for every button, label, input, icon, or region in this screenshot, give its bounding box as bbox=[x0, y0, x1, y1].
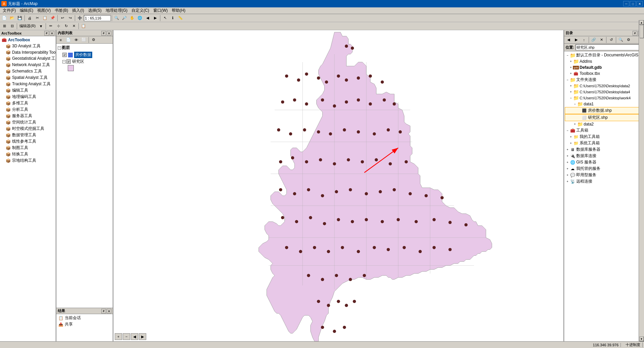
toolbox-item-cartography[interactable]: 📦 制图工具 bbox=[0, 145, 56, 151]
zoom-out-btn[interactable]: 🔎 bbox=[121, 15, 128, 21]
tree-item-fangjia-shp[interactable]: ⬛ 房价数据.shp bbox=[565, 107, 643, 114]
map-nav-controls[interactable]: + − ◀ ▶ bbox=[115, 333, 146, 340]
toolbox-item-linearref[interactable]: 📦 线性参考工具 bbox=[0, 138, 56, 145]
tree-item-remote-connections[interactable]: + 📡 远程连接 bbox=[565, 178, 643, 185]
catalog-search-btn[interactable]: 🔍 bbox=[617, 37, 625, 43]
content-selection-btn[interactable]: ⬜ bbox=[80, 37, 88, 43]
scrollbar-down-btn[interactable]: ▼ bbox=[639, 337, 644, 341]
open-btn[interactable]: 📂 bbox=[8, 15, 16, 21]
tree-item-yanjiuqu-shp[interactable]: ⬜ 研究区.shp bbox=[565, 114, 643, 121]
menu-file[interactable]: 文件(F) bbox=[1, 7, 18, 14]
expand-trusted-servers[interactable]: + bbox=[566, 167, 570, 171]
print-btn[interactable]: 🖨 bbox=[26, 15, 33, 21]
tree-item-my-toolbox[interactable]: + 📁 我的工具箱 bbox=[565, 134, 643, 140]
content-source-btn[interactable]: 📄 bbox=[65, 37, 72, 43]
delete-btn[interactable]: ✕ bbox=[70, 23, 77, 30]
catalog-options-btn[interactable]: ⚙ bbox=[625, 37, 632, 43]
toolbox-root-item[interactable]: 🧰 ArcToolbox bbox=[0, 37, 56, 43]
redo-btn[interactable]: ↪ bbox=[66, 15, 74, 21]
toolbox-item-spatial[interactable]: 📦 Spatial Analyst 工具 bbox=[0, 74, 56, 81]
expand-data2-sub[interactable]: + bbox=[573, 122, 577, 126]
edit-btn[interactable]: ⊹ bbox=[55, 23, 62, 30]
toolbox-item-parcel[interactable]: 📦 宗地结构工具 bbox=[0, 157, 56, 164]
expand-data4[interactable]: + bbox=[569, 90, 573, 94]
tree-item-trusted-servers[interactable]: + ☁ 我托管的服务 bbox=[565, 165, 643, 172]
rotate-btn[interactable]: ↻ bbox=[62, 23, 70, 30]
expand-data1[interactable]: − bbox=[573, 102, 577, 106]
expand-data2[interactable]: + bbox=[569, 84, 573, 88]
toolbox-item-geocoding[interactable]: 📦 地理编码工具 bbox=[0, 94, 56, 100]
layer-checkbox-fangjia[interactable]: ✓ bbox=[62, 53, 67, 57]
select-btn[interactable]: ↖ bbox=[161, 15, 169, 21]
toolbox-item-stpm[interactable]: 📦 时空模式挖掘工具 bbox=[0, 126, 56, 132]
paste-btn[interactable]: 📌 bbox=[49, 15, 56, 21]
menu-insert[interactable]: 插入(I) bbox=[70, 7, 86, 14]
results-header-controls[interactable]: # x bbox=[101, 309, 111, 313]
tree-item-folder-connections[interactable]: − 📁 文件夹连接 bbox=[565, 77, 643, 83]
layer-item-yanjiuqu[interactable]: − ✓ 研究区 bbox=[57, 58, 112, 65]
tree-item-data4-folder[interactable]: + 📁 C:\Users\17520\Desktop\data4 bbox=[565, 89, 643, 95]
menu-bookmarks[interactable]: 书签(B) bbox=[53, 7, 70, 14]
scrollbar-thumb[interactable] bbox=[640, 25, 644, 38]
toolbox-item-tracking[interactable]: 📦 Tracking Analyst 工具 bbox=[0, 81, 56, 87]
tree-item-system-toolbox[interactable]: + 📁 系统工具箱 bbox=[565, 140, 643, 146]
menu-customize[interactable]: 自定义(C) bbox=[129, 7, 151, 14]
catalog-fwd-btn[interactable]: ▶ bbox=[573, 37, 580, 43]
content-visibility-btn[interactable]: 👁 bbox=[72, 37, 80, 43]
sketch-btn[interactable]: ✏ bbox=[47, 23, 54, 30]
measure-btn[interactable]: 📏 bbox=[177, 15, 184, 21]
full-extent-btn[interactable]: 🌐 bbox=[136, 15, 144, 21]
copy-btn[interactable]: 📋 bbox=[41, 15, 49, 21]
zoom-in-btn[interactable]: 🔍 bbox=[113, 15, 120, 21]
expand-system-toolbox[interactable]: + bbox=[569, 141, 573, 145]
toolbox-item-spatialstat[interactable]: 📦 空间统计工具 bbox=[0, 119, 56, 126]
content-header-controls[interactable]: # x bbox=[101, 31, 111, 36]
toolbox-header-controls[interactable]: # x bbox=[44, 31, 54, 36]
catalog-connect-btn[interactable]: 🔗 bbox=[590, 37, 597, 43]
pan-btn[interactable]: ✋ bbox=[128, 15, 136, 21]
results-item-share[interactable]: 📤 共享 bbox=[57, 321, 112, 328]
tree-item-addins[interactable]: + 📁 AddIns bbox=[565, 58, 643, 64]
expand-work4[interactable]: − bbox=[569, 96, 573, 100]
tree-item-instant-messaging[interactable]: + 💬 即用型服务 bbox=[565, 172, 643, 178]
tree-item-toolbox[interactable]: + 🧰 Toolbox.tbx bbox=[565, 70, 643, 77]
expand-default-workspace[interactable]: − bbox=[566, 53, 570, 57]
menu-window[interactable]: 窗口(W) bbox=[151, 7, 170, 14]
close-button[interactable]: ✕ bbox=[637, 1, 643, 6]
expand-default-gdb[interactable]: + bbox=[569, 65, 573, 69]
expand-remote-connections[interactable]: + bbox=[566, 180, 570, 184]
expand-toolbox-section[interactable]: − bbox=[566, 129, 570, 133]
layer-item-fangjia[interactable]: ✓ 房价数据 bbox=[57, 51, 112, 58]
content-close-btn[interactable]: x bbox=[107, 31, 111, 36]
toolbox-item-3d[interactable]: 📦 3D Analyst 工具 bbox=[0, 43, 56, 49]
catalog-pin-btn[interactable]: # bbox=[633, 31, 637, 36]
tree-item-data1-folder[interactable]: − 📁 data1 bbox=[565, 101, 643, 107]
toolbox-item-datamgmt[interactable]: 📦 数据管理工具 bbox=[0, 132, 56, 138]
new-btn[interactable]: 📄 bbox=[1, 15, 8, 21]
toolbox-item-geostat[interactable]: 📦 Geostatistical Analyst 工具 bbox=[0, 55, 56, 62]
expand-db-servers[interactable]: + bbox=[566, 148, 570, 152]
back-btn[interactable]: ◀ bbox=[144, 15, 151, 21]
window-controls[interactable]: ─ □ ✕ bbox=[623, 1, 643, 6]
map-pan-right-btn[interactable]: ▶ bbox=[139, 333, 146, 340]
location-input[interactable] bbox=[576, 44, 643, 50]
scrollbar-up-btn[interactable]: ▲ bbox=[639, 20, 644, 25]
layers-expand-btn[interactable]: − bbox=[58, 46, 61, 50]
content-pin-btn[interactable]: # bbox=[101, 31, 106, 36]
catalog-disconnect-btn[interactable]: ✕ bbox=[598, 37, 605, 43]
menu-view[interactable]: 视图(V) bbox=[35, 7, 53, 14]
expand-db-connections[interactable]: + bbox=[566, 154, 570, 158]
catalog-refresh-btn[interactable]: ↺ bbox=[607, 37, 615, 43]
toolbox-item-conversion[interactable]: 📦 转换工具 bbox=[0, 151, 56, 157]
toolbox-item-interop[interactable]: 📦 Data Interoperability Tools bbox=[0, 49, 56, 55]
toolbox-item-network[interactable]: 📦 Network Analyst 工具 bbox=[0, 62, 56, 68]
menu-edit[interactable]: 编辑(E) bbox=[18, 7, 35, 14]
expand-gis-servers[interactable]: + bbox=[566, 160, 570, 164]
undo-btn[interactable]: ↩ bbox=[59, 15, 66, 21]
tree-item-data2-sub[interactable]: + 📁 data2 bbox=[565, 121, 643, 127]
add-data-btn[interactable]: ➕ bbox=[76, 15, 84, 21]
tree-item-gis-servers[interactable]: + 🌐 GIS 服务器 bbox=[565, 159, 643, 165]
results-pin-btn[interactable]: # bbox=[101, 309, 106, 313]
tree-item-data2-folder[interactable]: + 📁 C:\Users\17520\Desktop\data2 bbox=[565, 83, 643, 89]
catalog-scrollbar[interactable]: ▲ ▼ bbox=[639, 20, 644, 341]
